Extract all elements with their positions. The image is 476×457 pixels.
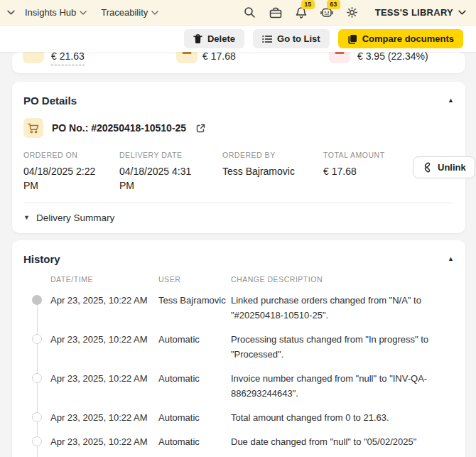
notifications-badge: 15 bbox=[301, 0, 315, 9]
row-datetime: Apr 23, 2025, 10:22 AM bbox=[50, 332, 158, 362]
delete-button-label: Delete bbox=[207, 33, 235, 44]
menu-traceability-label: Traceability bbox=[101, 7, 148, 18]
row-description: Due date changed from "null" to "05/02/2… bbox=[231, 434, 454, 449]
document-action-bar: Delete Go to List Compare documents bbox=[0, 26, 476, 52]
row-user: Tess Bajramovic bbox=[158, 293, 231, 323]
field-ordered-by: ORDERED BY Tess Bajramovic bbox=[222, 151, 323, 193]
field-value: 04/18/2025 4:31 PM bbox=[119, 164, 199, 193]
copy-documents-icon bbox=[347, 34, 357, 44]
bell-icon[interactable]: 15 bbox=[294, 6, 308, 20]
amount-icon-box bbox=[23, 52, 44, 63]
history-title: History bbox=[23, 253, 60, 265]
po-details-card: PO Details ▲ PO No.: #20250418-10510-25 … bbox=[12, 82, 465, 233]
po-fields-row: ORDERED ON 04/18/2025 2:22 PM DELIVERY D… bbox=[23, 151, 454, 193]
row-description: Linked purchase orders changed from "N/A… bbox=[231, 293, 454, 323]
row-user: Automatic bbox=[158, 434, 231, 449]
unlink-button-label: Unlink bbox=[438, 162, 466, 173]
row-description: Processing status changed from "In progr… bbox=[231, 332, 454, 362]
timeline-dot-icon bbox=[32, 295, 42, 305]
history-table-header: DATE/TIME USER CHANGE DESCRIPTION bbox=[23, 275, 454, 284]
amount-icon-box-difference bbox=[329, 52, 350, 63]
compare-documents-button[interactable]: Compare documents bbox=[338, 29, 463, 48]
library-label: TESS'S LIBRARY bbox=[375, 7, 453, 18]
gear-icon[interactable] bbox=[345, 6, 359, 20]
field-label: ORDERED ON bbox=[23, 151, 119, 159]
history-row: Apr 23, 2025, 10:22 AM Automatic Process… bbox=[23, 332, 454, 362]
row-datetime: Apr 23, 2025, 10:22 AM bbox=[50, 371, 158, 401]
row-description: Invoice number changed from "null" to "I… bbox=[231, 371, 454, 401]
row-user: Automatic bbox=[158, 410, 231, 425]
field-delivery-date: DELIVERY DATE 04/18/2025 4:31 PM bbox=[119, 151, 222, 193]
column-change-description: CHANGE DESCRIPTION bbox=[231, 275, 454, 284]
amounts-summary-card: € 21.63 € 17.68 € 3.95 (22.34%) bbox=[12, 52, 465, 73]
timeline-dot-icon bbox=[32, 412, 42, 422]
field-label: DELIVERY DATE bbox=[119, 151, 222, 159]
external-link-icon[interactable] bbox=[196, 124, 205, 133]
topbar-right-controls: 15 63 TESS'S LIBRARY bbox=[243, 6, 466, 20]
amount-value-total[interactable]: € 21.63 bbox=[51, 52, 85, 65]
go-to-list-button-label: Go to List bbox=[277, 33, 320, 44]
page-content: € 21.63 € 17.68 € 3.95 (22.34%) PO Detai… bbox=[0, 52, 476, 457]
field-value: € 17.68 bbox=[323, 164, 403, 178]
unlink-button[interactable]: Unlink bbox=[413, 156, 475, 178]
chevron-down-icon bbox=[80, 11, 87, 15]
field-label: TOTAL AMOUNT bbox=[323, 151, 413, 159]
field-total-amount: TOTAL AMOUNT € 17.68 bbox=[323, 151, 413, 193]
history-row: Apr 23, 2025, 10:22 AM Automatic Invoice… bbox=[23, 371, 454, 401]
amount-icon-box-minus bbox=[176, 52, 198, 63]
timeline-dot-icon bbox=[32, 334, 42, 344]
search-icon[interactable] bbox=[243, 6, 257, 20]
menu-traceability[interactable]: Traceability bbox=[101, 7, 158, 18]
menu-insights-hub[interactable]: Insights Hub bbox=[25, 7, 87, 18]
column-datetime: DATE/TIME bbox=[50, 275, 158, 284]
delivery-summary-label: Delivery Summary bbox=[36, 213, 114, 223]
list-icon bbox=[262, 35, 272, 43]
row-user: Automatic bbox=[158, 371, 231, 401]
history-row: Apr 23, 2025, 10:22 AM Automatic Due dat… bbox=[23, 434, 454, 449]
field-value: 04/18/2025 2:22 PM bbox=[23, 164, 103, 193]
history-card: History ▲ DATE/TIME USER CHANGE DESCRIPT… bbox=[12, 240, 465, 457]
amount-value-secondary: € 17.68 bbox=[202, 52, 236, 63]
sidebar-collapse-chevron-icon[interactable] bbox=[7, 10, 15, 15]
top-navigation-bar: Insights Hub Traceability 15 63 TESS'S L… bbox=[0, 0, 476, 26]
go-to-list-button[interactable]: Go to List bbox=[253, 29, 330, 48]
row-datetime: Apr 23, 2025, 10:22 AM bbox=[50, 410, 158, 425]
menu-insights-hub-label: Insights Hub bbox=[25, 7, 76, 18]
cart-icon bbox=[23, 118, 43, 138]
assistant-badge: 63 bbox=[327, 0, 340, 9]
delivery-summary-toggle[interactable]: ▼ Delivery Summary bbox=[23, 203, 454, 223]
field-label: ORDERED BY bbox=[222, 151, 323, 159]
compare-documents-button-label: Compare documents bbox=[362, 33, 454, 44]
field-ordered-on: ORDERED ON 04/18/2025 2:22 PM bbox=[23, 151, 119, 193]
history-row: Apr 23, 2025, 10:22 AM Tess Bajramovic L… bbox=[23, 293, 454, 323]
collapse-caret-icon[interactable]: ▲ bbox=[448, 256, 454, 262]
row-description: Total amount changed from 0 to 21.63. bbox=[231, 410, 454, 425]
timeline-dot-icon bbox=[32, 373, 42, 383]
po-number: PO No.: #20250418-10510-25 bbox=[52, 122, 186, 134]
collapse-caret-icon[interactable]: ▲ bbox=[448, 97, 454, 104]
expand-caret-icon: ▼ bbox=[23, 215, 30, 221]
unlink-icon bbox=[422, 162, 433, 173]
row-datetime: Apr 23, 2025, 10:22 AM bbox=[50, 434, 158, 449]
amount-value-difference: € 3.95 (22.34%) bbox=[357, 52, 428, 63]
history-row: Apr 23, 2025, 10:22 AM Automatic Total a… bbox=[23, 410, 454, 425]
chevron-down-icon bbox=[458, 10, 466, 15]
column-user: USER bbox=[158, 275, 231, 284]
robot-assistant-icon[interactable]: 63 bbox=[320, 6, 334, 20]
delete-button[interactable]: Delete bbox=[184, 29, 244, 48]
chevron-down-icon bbox=[151, 11, 158, 15]
row-user: Automatic bbox=[158, 332, 231, 362]
field-value: Tess Bajramovic bbox=[222, 164, 302, 178]
history-timeline: Apr 23, 2025, 10:22 AM Tess Bajramovic L… bbox=[23, 293, 454, 457]
trash-icon bbox=[193, 34, 202, 44]
briefcase-icon[interactable] bbox=[269, 6, 283, 20]
library-selector[interactable]: TESS'S LIBRARY bbox=[375, 7, 466, 18]
timeline-dot-icon bbox=[32, 436, 42, 446]
po-details-title: PO Details bbox=[23, 95, 77, 107]
row-datetime: Apr 23, 2025, 10:22 AM bbox=[50, 293, 158, 323]
